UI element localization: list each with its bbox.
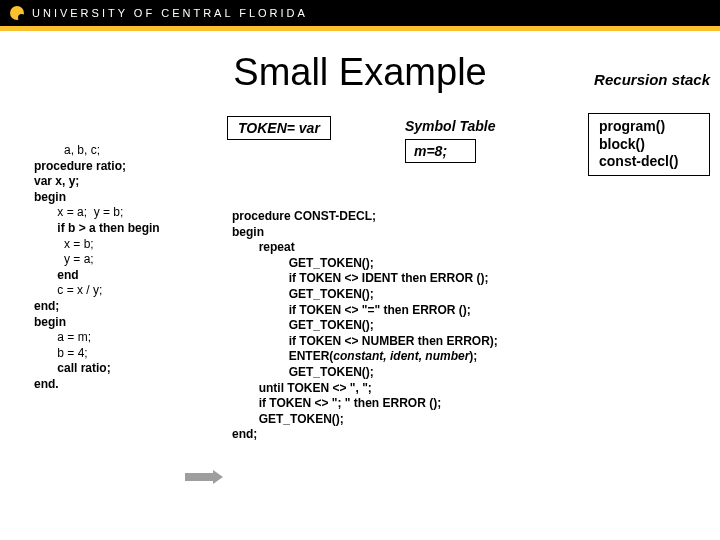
recursion-stack-box: program() block() const-decl() [588, 113, 710, 176]
arrow-icon [185, 473, 223, 481]
stack-frame-program: program() [599, 118, 699, 136]
symbol-table-label: Symbol Table [405, 118, 496, 134]
procedure-code-right: procedure CONST-DECL; begin repeat GET_T… [232, 209, 498, 443]
university-name: UNIVERSITY OF CENTRAL FLORIDA [32, 7, 308, 19]
source-code-left: a, b, c; procedure ratio; var x, y; begi… [34, 143, 160, 393]
recursion-stack-label: Recursion stack [594, 71, 710, 88]
symbol-table-box: m=8; [405, 139, 476, 163]
token-box: TOKEN= var [227, 116, 331, 140]
stack-frame-block: block() [599, 136, 699, 154]
slide-body: Small Example Recursion stack TOKEN= var… [0, 31, 720, 540]
ucf-logo-icon [10, 6, 24, 20]
header-bar: UNIVERSITY OF CENTRAL FLORIDA [0, 0, 720, 26]
stack-frame-const-decl: const-decl() [599, 153, 699, 171]
